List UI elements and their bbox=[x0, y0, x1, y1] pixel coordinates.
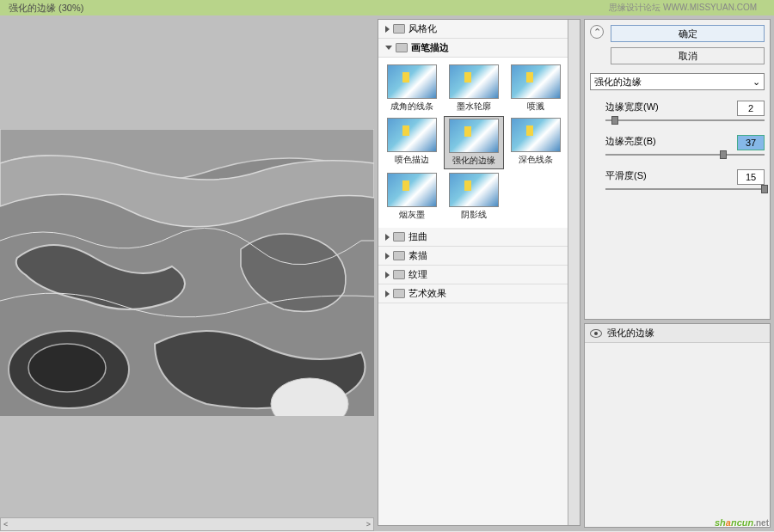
triangle-right-icon bbox=[385, 26, 390, 33]
thumb-label: 强化的边缘 bbox=[446, 155, 501, 167]
folder-icon bbox=[396, 43, 408, 52]
scroll-left-icon[interactable]: < bbox=[3, 520, 8, 529]
slider-value-input[interactable]: 37 bbox=[737, 135, 765, 150]
triangle-right-icon bbox=[385, 290, 390, 297]
thumb-image bbox=[387, 118, 437, 152]
preview-column: < > bbox=[0, 15, 374, 531]
slider-handle[interactable] bbox=[761, 185, 768, 193]
horizontal-scrollbar[interactable]: < > bbox=[0, 517, 374, 531]
filter-thumb[interactable]: 喷色描边 bbox=[382, 116, 442, 169]
filter-thumb[interactable]: 喷溅 bbox=[506, 63, 566, 114]
folder-icon bbox=[393, 289, 405, 298]
logo-watermark: shancun.net bbox=[715, 511, 769, 530]
filter-thumb[interactable]: 墨水轮廓 bbox=[444, 63, 504, 114]
slider-value-input[interactable]: 15 bbox=[737, 169, 765, 185]
effect-layers-panel: 强化的边缘 bbox=[584, 323, 771, 528]
chevron-up-icon: ⌃ bbox=[593, 27, 601, 38]
filter-panel: 风格化 画笔描边 成角的线条墨水轮廓喷溅喷色描边强化的边缘深色线条烟灰墨阴影线 … bbox=[378, 19, 580, 526]
thumb-label: 成角的线条 bbox=[384, 101, 440, 113]
window-title: 强化的边缘 (30%) bbox=[9, 3, 83, 13]
thumb-image bbox=[387, 64, 437, 99]
thumb-label: 深色线条 bbox=[507, 154, 564, 166]
filter-column: 风格化 画笔描边 成角的线条墨水轮廓喷溅喷色描边强化的边缘深色线条烟灰墨阴影线 … bbox=[374, 15, 580, 531]
category-label: 艺术效果 bbox=[408, 287, 446, 300]
thumb-image bbox=[449, 64, 499, 99]
dropdown-value: 强化的边缘 bbox=[594, 76, 642, 89]
filter-thumb[interactable]: 烟灰墨 bbox=[382, 171, 442, 223]
category-label: 纹理 bbox=[408, 268, 427, 281]
filter-thumb[interactable]: 强化的边缘 bbox=[444, 116, 504, 169]
preview-image bbox=[0, 129, 374, 416]
folder-icon bbox=[393, 251, 405, 260]
thumb-label: 烟灰墨 bbox=[384, 209, 440, 221]
slider-row: 边缘宽度(W)2 bbox=[590, 101, 765, 121]
slider-label: 平滑度(S) bbox=[605, 169, 647, 185]
thumb-image bbox=[511, 64, 561, 99]
folder-icon bbox=[393, 24, 405, 34]
category-brush-strokes[interactable]: 画笔描边 bbox=[378, 39, 580, 58]
collapse-button[interactable]: ⌃ bbox=[590, 25, 604, 39]
thumb-image bbox=[449, 173, 499, 207]
main-area: < > 风格化 画笔描边 成角的线条墨水轮廓喷溅喷色描边强化的边缘深色线条烟灰墨… bbox=[0, 15, 774, 531]
thumb-image bbox=[449, 119, 499, 153]
slider-label: 边缘宽度(W) bbox=[605, 101, 659, 116]
scroll-right-icon[interactable]: > bbox=[366, 520, 371, 529]
folder-icon bbox=[393, 232, 405, 242]
category-texture[interactable]: 纹理 bbox=[378, 266, 580, 284]
preview-canvas[interactable] bbox=[0, 15, 374, 517]
category-label: 风格化 bbox=[408, 22, 437, 35]
folder-icon bbox=[393, 270, 405, 279]
vertical-scrollbar[interactable] bbox=[568, 20, 580, 525]
filter-thumb[interactable]: 深色线条 bbox=[506, 116, 566, 169]
controls-panel: ⌃ 确定 取消 强化的边缘 ⌄ 边缘宽度(W)2边缘亮度(B)37平滑度(S)1… bbox=[584, 19, 771, 320]
triangle-right-icon bbox=[385, 272, 390, 278]
visibility-icon[interactable] bbox=[590, 329, 602, 338]
thumb-label: 喷溅 bbox=[507, 101, 564, 113]
slider-track[interactable] bbox=[605, 154, 765, 156]
thumb-image bbox=[387, 173, 437, 207]
slider-track[interactable] bbox=[605, 119, 765, 121]
slider-value-input[interactable]: 2 bbox=[737, 101, 765, 116]
layer-row[interactable]: 强化的边缘 bbox=[585, 324, 770, 343]
filter-dropdown[interactable]: 强化的边缘 ⌄ bbox=[590, 73, 765, 90]
slider-row: 平滑度(S)15 bbox=[590, 169, 765, 190]
svg-point-2 bbox=[28, 344, 106, 392]
triangle-right-icon bbox=[385, 234, 390, 241]
filter-thumb[interactable]: 成角的线条 bbox=[382, 63, 442, 114]
thumbnail-grid: 成角的线条墨水轮廓喷溅喷色描边强化的边缘深色线条烟灰墨阴影线 bbox=[378, 58, 580, 228]
category-label: 素描 bbox=[408, 249, 427, 262]
title-bar: 强化的边缘 (30%) 思缘设计论坛 WWW.MISSYUAN.COM bbox=[0, 0, 774, 15]
category-stylize[interactable]: 风格化 bbox=[378, 20, 580, 39]
slider-row: 边缘亮度(B)37 bbox=[590, 135, 765, 156]
slider-handle[interactable] bbox=[611, 116, 618, 125]
thumb-label: 墨水轮廓 bbox=[445, 101, 502, 113]
controls-column: ⌃ 确定 取消 强化的边缘 ⌄ 边缘宽度(W)2边缘亮度(B)37平滑度(S)1… bbox=[580, 15, 774, 531]
ok-button[interactable]: 确定 bbox=[611, 25, 765, 42]
chevron-down-icon: ⌄ bbox=[752, 76, 760, 88]
layer-name: 强化的边缘 bbox=[607, 327, 654, 339]
thumb-image bbox=[511, 118, 561, 152]
category-label: 画笔描边 bbox=[411, 41, 449, 54]
slider-handle[interactable] bbox=[720, 150, 727, 159]
category-sketch[interactable]: 素描 bbox=[378, 247, 580, 266]
cancel-button[interactable]: 取消 bbox=[611, 47, 765, 64]
category-distort[interactable]: 扭曲 bbox=[378, 228, 580, 247]
triangle-down-icon bbox=[385, 46, 392, 50]
category-label: 扭曲 bbox=[408, 230, 427, 243]
category-artistic[interactable]: 艺术效果 bbox=[378, 284, 580, 303]
triangle-right-icon bbox=[385, 253, 390, 260]
filter-thumb[interactable]: 阴影线 bbox=[444, 171, 504, 223]
watermark-text: 思缘设计论坛 WWW.MISSYUAN.COM bbox=[609, 2, 757, 14]
thumb-label: 阴影线 bbox=[445, 209, 502, 221]
slider-label: 边缘亮度(B) bbox=[605, 135, 656, 150]
thumb-label: 喷色描边 bbox=[384, 154, 440, 166]
slider-track[interactable] bbox=[605, 188, 765, 190]
